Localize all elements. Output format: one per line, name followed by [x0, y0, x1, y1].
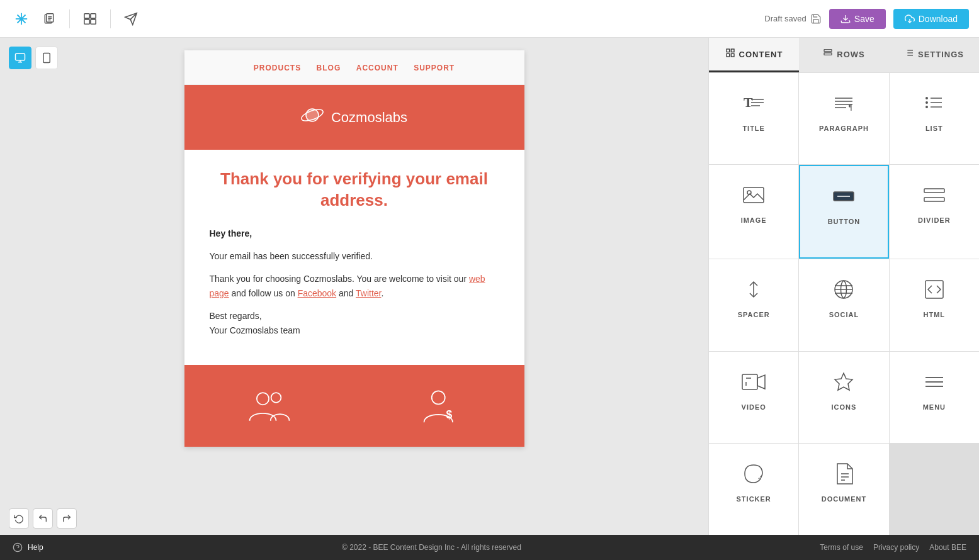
toolbar-right: Draft saved Save Download — [764, 9, 969, 29]
menu-icon — [919, 367, 949, 397]
footer-block-1 — [184, 365, 354, 447]
redo-button[interactable] — [57, 508, 77, 529]
footer-links: Terms of use Privacy policy About BEE — [820, 543, 966, 552]
snowflake-icon[interactable] — [10, 8, 33, 30]
toolbar-left — [10, 8, 764, 30]
svg-point-24 — [256, 393, 268, 405]
tile-video-label: VIDEO — [742, 403, 766, 411]
nav-products[interactable]: PRODUCTS — [254, 64, 301, 72]
privacy-link[interactable]: Privacy policy — [873, 543, 919, 552]
link-facebook[interactable]: Facebook — [298, 288, 336, 298]
tile-html[interactable]: HTML — [890, 259, 979, 350]
divider-icon — [919, 180, 949, 210]
desktop-view-button[interactable] — [9, 47, 31, 69]
svg-rect-11 — [91, 13, 96, 18]
spacer-icon — [738, 274, 769, 305]
content-grid: T TITLE ¶ PARAGRAPH — [709, 73, 979, 535]
sticker-icon — [738, 459, 769, 489]
list-icon — [919, 88, 949, 118]
svg-point-26 — [431, 391, 444, 404]
undo-button[interactable] — [33, 508, 53, 529]
bottom-bar: Help © 2022 - BEE Content Design Inc - A… — [0, 535, 979, 560]
tile-button[interactable]: BUTTON — [799, 165, 888, 259]
svg-rect-30 — [727, 53, 730, 57]
terms-link[interactable]: Terms of use — [820, 543, 863, 552]
svg-rect-10 — [84, 13, 89, 18]
tile-spacer[interactable]: SPACER — [709, 259, 798, 350]
email-closing: Best regards, Your Cozmoslabs team — [210, 309, 499, 337]
svg-point-52 — [925, 97, 928, 99]
tab-settings[interactable]: SETTINGS — [889, 38, 979, 72]
copyright: © 2022 - BEE Content Design Inc - All ri… — [342, 543, 521, 552]
documents-icon[interactable] — [38, 8, 60, 30]
svg-point-25 — [271, 393, 281, 403]
mobile-view-button[interactable] — [35, 47, 58, 69]
tile-list[interactable]: LIST — [890, 73, 979, 164]
title-icon: T — [738, 88, 769, 118]
tab-rows-label: ROWS — [837, 50, 864, 59]
save-button[interactable]: Save — [829, 9, 886, 29]
email-line2: Thank you for choosing Cozmoslabs. You a… — [210, 272, 499, 300]
image-icon — [738, 180, 769, 210]
tile-sticker-label: STICKER — [737, 495, 771, 503]
nav-account[interactable]: ACCOUNT — [356, 64, 399, 72]
tile-video[interactable]: VIDEO — [709, 352, 798, 443]
help-section: Help — [13, 542, 43, 552]
tile-icons-label: ICONS — [832, 403, 857, 411]
tile-html-label: HTML — [924, 311, 946, 318]
tile-social-label: SOCIAL — [829, 311, 859, 318]
svg-rect-61 — [924, 198, 944, 201]
tile-sticker[interactable]: STICKER — [709, 444, 798, 535]
svg-rect-68 — [742, 374, 757, 389]
canvas-wrapper: PRODUCTS BLOG ACCOUNT SUPPORT Cozmoslabs… — [0, 38, 708, 535]
send-icon[interactable] — [120, 8, 142, 30]
tile-social[interactable]: SOCIAL — [799, 259, 888, 350]
rows-tab-icon — [823, 48, 833, 60]
link-twitter[interactable]: Twitter — [356, 288, 381, 298]
svg-point-53 — [925, 101, 928, 104]
svg-rect-28 — [727, 49, 730, 52]
svg-rect-32 — [824, 50, 832, 52]
email-preview: PRODUCTS BLOG ACCOUNT SUPPORT Cozmoslabs… — [184, 50, 524, 447]
nav-support[interactable]: SUPPORT — [414, 64, 455, 72]
tile-paragraph[interactable]: ¶ PARAGRAPH — [799, 73, 888, 164]
tile-title[interactable]: T TITLE — [709, 73, 798, 164]
tile-divider[interactable]: DIVIDER — [890, 165, 979, 259]
tile-image-label: IMAGE — [741, 216, 767, 224]
tile-menu[interactable]: MENU — [890, 352, 979, 443]
tile-title-label: TITLE — [742, 125, 765, 132]
settings-tab-icon — [904, 48, 914, 60]
tile-image[interactable]: IMAGE — [709, 165, 798, 259]
templates-icon[interactable] — [79, 8, 101, 30]
tab-content[interactable]: CONTENT — [709, 38, 799, 72]
svg-rect-60 — [924, 189, 944, 193]
svg-rect-29 — [731, 49, 734, 52]
svg-rect-31 — [731, 53, 734, 57]
svg-rect-17 — [16, 53, 25, 60]
svg-rect-55 — [744, 188, 764, 203]
paragraph-icon: ¶ — [829, 88, 859, 118]
email-body: Thank you for verifying your email addre… — [184, 150, 524, 365]
download-button[interactable]: Download — [893, 9, 969, 29]
history-icon[interactable] — [9, 508, 29, 529]
tile-document[interactable]: DOCUMENT — [799, 444, 888, 535]
svg-rect-12 — [84, 19, 89, 23]
tile-spacer-label: SPACER — [738, 311, 770, 318]
video-icon — [738, 367, 769, 397]
email-nav: PRODUCTS BLOG ACCOUNT SUPPORT — [184, 50, 524, 85]
nav-blog[interactable]: BLOG — [317, 64, 341, 72]
svg-rect-13 — [91, 19, 96, 23]
svg-point-54 — [925, 106, 928, 108]
tab-rows[interactable]: ROWS — [799, 38, 889, 72]
about-link[interactable]: About BEE — [929, 543, 966, 552]
email-header: Cozmoslabs — [184, 85, 524, 150]
svg-marker-69 — [757, 375, 765, 389]
button-icon — [829, 181, 859, 211]
email-footer-blocks: $ — [184, 365, 524, 447]
svg-text:$: $ — [446, 408, 452, 421]
right-panel: CONTENT ROWS — [708, 38, 979, 535]
tab-content-label: CONTENT — [739, 50, 783, 59]
tile-icons[interactable]: ICONS — [799, 352, 888, 443]
svg-point-4 — [20, 18, 23, 20]
help-label[interactable]: Help — [28, 543, 43, 552]
